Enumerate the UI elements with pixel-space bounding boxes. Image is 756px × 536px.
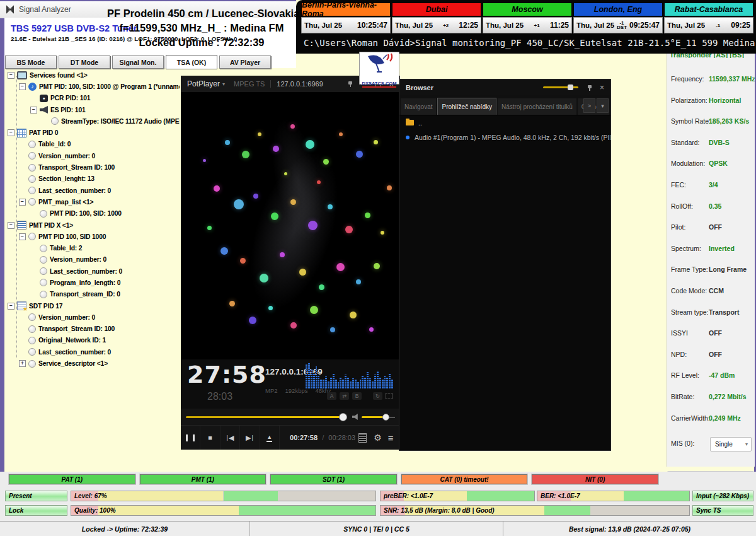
close-icon[interactable]: ×	[600, 83, 604, 92]
collapse-icon[interactable]: −	[8, 129, 14, 136]
tree-item[interactable]: Original_Network ID: 1	[5, 335, 180, 346]
mode-button-bs-mode[interactable]: BS Mode	[5, 55, 57, 69]
parameter-row: Pilot:OFF	[667, 223, 755, 233]
tree-item[interactable]: Last_section_number: 0	[5, 185, 180, 196]
tree-item[interactable]: ●PCR PID: 101	[5, 93, 180, 104]
loop-icon[interactable]: ↻	[373, 392, 382, 400]
eject-button[interactable]: ▲	[260, 426, 280, 450]
settings-button[interactable]: ⚙	[370, 426, 386, 450]
chevron-down-icon[interactable]: ▾	[222, 81, 225, 87]
tree-item[interactable]: −PMT_map_list <1>	[5, 196, 180, 207]
menu-button[interactable]: ≡	[385, 426, 400, 450]
eq-bar	[355, 380, 357, 388]
tree-item[interactable]: Transport_Stream ID: 100	[5, 161, 180, 173]
clock-time: 09:25	[731, 21, 750, 30]
collapse-icon[interactable]: −	[8, 222, 14, 229]
tree-item[interactable]: Version_number: 0	[5, 254, 180, 265]
playlist-button[interactable]	[355, 426, 370, 450]
clock-time: 10:25:47	[357, 21, 387, 30]
parameter-label: Pilot:	[671, 223, 685, 231]
swap-icon[interactable]: ⇄	[340, 392, 349, 400]
tab-list-button[interactable]: ▾	[597, 98, 609, 113]
collapse-icon[interactable]: −	[8, 72, 14, 79]
collapse-icon[interactable]: −	[19, 83, 26, 90]
statusbar-sync: SYNC 0 | TEI 0 | CC 5	[250, 521, 503, 536]
mis-select[interactable]: Single ▾	[710, 437, 752, 452]
mode-button-tsa-ok[interactable]: TSA (OK)	[166, 55, 217, 69]
seek-thumb[interactable]	[339, 413, 347, 421]
clock-date: Thu, Jul 25	[304, 21, 342, 29]
eq-bar	[328, 382, 329, 388]
tab-scroll-right-button[interactable]: >	[583, 98, 595, 113]
repeat-a-button[interactable]: A	[327, 392, 336, 400]
player-app-name[interactable]: PotPlayer	[187, 79, 220, 88]
previous-button[interactable]: |◀	[220, 426, 240, 450]
eq-bar	[352, 378, 354, 388]
browser-titlebar[interactable]: Browser ×	[399, 79, 610, 95]
tree-item[interactable]: Section_lenght: 13	[5, 173, 180, 185]
tree-item[interactable]: Version_number: 0	[5, 312, 180, 323]
indicator-present: Present	[5, 491, 67, 501]
tree-item[interactable]: StreamType: ISO/IEC 11172 Audio (MPEG-1)…	[5, 115, 180, 127]
tree-item[interactable]: −★SDT PID 17	[5, 300, 180, 312]
tree-item-label: PMT PID 100, SID 1000	[38, 233, 106, 240]
pin-icon[interactable]	[348, 81, 353, 86]
chevron-down-icon: ▾	[745, 441, 748, 447]
tree-item[interactable]: Transport_stream_ID: 0	[5, 289, 180, 300]
volume-icon[interactable]	[352, 414, 359, 420]
audio-track-item[interactable]: Audio #1(Program 1) - MPEG Audio, 48.0 k…	[399, 130, 610, 144]
folder-up-item[interactable]: ..	[399, 115, 610, 130]
window-title: Signal Analyzer	[19, 5, 71, 14]
tree-item-label: Last_section_number: 0	[38, 349, 111, 356]
clock-time-row: Thu, Jul 2510:25:47	[301, 17, 391, 33]
collapse-icon[interactable]: −	[19, 233, 26, 240]
tree-item[interactable]: −Services found <1>	[5, 69, 180, 81]
tree-item[interactable]: −PMT PID 100, SID 1000	[5, 231, 180, 242]
tree-item[interactable]: −ES PID: 101	[5, 104, 180, 115]
bokeh-dot	[203, 159, 206, 162]
repeat-b-button[interactable]: B	[352, 392, 362, 400]
volume-thumb[interactable]	[382, 414, 389, 421]
seek-bar[interactable]	[186, 416, 343, 418]
music-icon: ♪	[28, 83, 37, 91]
tree-item[interactable]: Table_Id: 2	[5, 242, 180, 253]
mode-button-signal-mon[interactable]: Signal Mon.	[112, 55, 164, 69]
tree-item[interactable]: Table_Id: 0	[5, 139, 180, 150]
fullscreen-icon[interactable]	[386, 393, 392, 399]
tree-item[interactable]: Transport_Stream ID: 100	[5, 323, 180, 335]
volume-bar[interactable]	[362, 416, 385, 418]
next-button[interactable]: ▶|	[240, 426, 260, 450]
parameter-label: Modulation:	[671, 160, 705, 167]
mode-button-dt-mode[interactable]: DT Mode	[59, 55, 110, 69]
tab-prohl-e-nab-dky[interactable]: Prohlížeč nabídky	[437, 98, 496, 115]
mode-button-av-player[interactable]: AV Player	[219, 55, 271, 69]
bokeh-dot	[220, 247, 228, 255]
tree-item[interactable]: Program_info_length: 0	[5, 277, 180, 288]
expand-icon[interactable]: +	[19, 360, 26, 367]
dot-icon	[28, 187, 36, 194]
stop-button[interactable]: ■	[200, 426, 220, 450]
tree-item[interactable]: −♪PMT PID: 100, SID: 1000 @ Program 1 (*…	[5, 81, 180, 92]
clock-date: Thu, Jul 25	[486, 21, 524, 29]
tree-item[interactable]: Last_section_number: 0	[5, 346, 180, 358]
seek-row	[181, 409, 400, 425]
tree-item[interactable]: −PAT PID 0	[5, 127, 180, 138]
tab-n-stroj-proch-zen-titulk[interactable]: Nástroj procházení titulků	[498, 98, 576, 115]
pause-button[interactable]	[181, 426, 200, 450]
slider-thumb[interactable]	[568, 84, 573, 90]
tree-item[interactable]: −PMT PID X <1>	[5, 219, 180, 231]
video-visualization-area[interactable]	[181, 92, 400, 359]
tree-item[interactable]: +Service_descriptor <1>	[5, 358, 180, 369]
collapse-icon[interactable]: −	[30, 107, 37, 114]
eq-bar	[335, 380, 337, 388]
tree-item[interactable]: Last_section_number: 0	[5, 265, 180, 277]
browser-slider[interactable]	[543, 86, 578, 88]
collapse-icon[interactable]: −	[8, 303, 14, 310]
tab-navigovat[interactable]: Navigovat	[401, 98, 436, 115]
player-format-label: MPEG TS	[234, 80, 265, 88]
pin-icon[interactable]	[587, 85, 592, 90]
tree-item[interactable]: Version_number: 0	[5, 150, 180, 161]
tree-item[interactable]: PMT PID: 100, SID: 1000	[5, 208, 180, 219]
eq-bar	[338, 382, 340, 388]
collapse-icon[interactable]: −	[19, 199, 26, 206]
